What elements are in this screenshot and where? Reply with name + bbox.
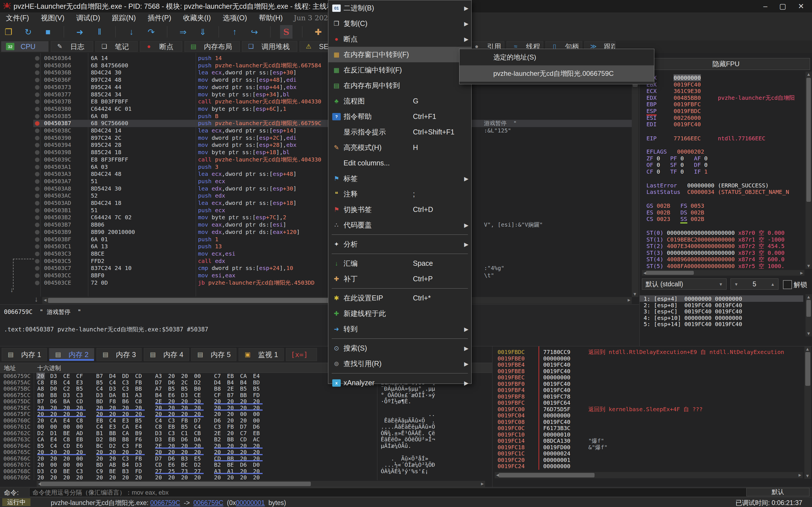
dump-byte[interactable]: E4 — [63, 417, 70, 424]
stack-row[interactable]: 0019FBE80019FC40 — [493, 368, 812, 374]
dump-byte[interactable]: B1 — [96, 430, 103, 437]
dump-byte[interactable]: FB — [135, 443, 142, 449]
dump-byte[interactable]: CF — [76, 373, 83, 379]
scroll-down-arrow[interactable]: ▼ — [806, 331, 811, 336]
stack-row[interactable]: 0019FBF40019FC40 — [493, 387, 812, 393]
dump-byte[interactable]: 00 — [76, 455, 83, 462]
dump-tab-监视 1[interactable]: ▣监视 1 — [239, 348, 284, 361]
dump-byte[interactable]: 20 — [194, 474, 201, 480]
dump-byte[interactable]: E3 — [109, 423, 116, 430]
minimize-button[interactable]: – — [763, 2, 767, 11]
dump-byte[interactable]: 20 — [109, 455, 116, 462]
disasm-row[interactable]: 004503B151push ecx — [0, 207, 632, 214]
dump-byte[interactable]: E3 — [76, 379, 83, 386]
dump-byte[interactable]: D6 — [253, 423, 260, 430]
scrollbar-thumb[interactable] — [40, 482, 311, 486]
dump-byte[interactable]: 00 — [253, 411, 260, 417]
dump-byte[interactable]: FB — [135, 455, 142, 462]
row-dot[interactable] — [35, 208, 40, 213]
dump-byte[interactable]: C8 — [37, 379, 44, 386]
dump-row[interactable]: 006675DCB7D6BACDBDF8B6C82E20202020202020… — [0, 398, 492, 404]
disasm-row[interactable]: 0045037BE8 B03FFBFFcall pvzhe-launcher无c… — [0, 98, 632, 105]
row-dot[interactable] — [35, 281, 40, 285]
dump-byte[interactable]: BB — [135, 385, 142, 392]
dump-byte[interactable]: CB — [194, 430, 201, 437]
menu-item-断点[interactable]: ●断点▶ — [328, 31, 471, 47]
scrollbar-thumb[interactable] — [805, 352, 810, 386]
dump-byte[interactable]: E4 — [253, 373, 260, 379]
row-dot[interactable] — [35, 237, 40, 242]
disasm-row[interactable]: 0045038768 9C756600push pvzhe-launcher无c… — [0, 120, 632, 127]
scroll-left-arrow[interactable]: ◄ — [643, 271, 647, 275]
scroll-right-arrow[interactable]: ► — [480, 482, 485, 486]
row-dot[interactable] — [35, 100, 40, 104]
dump-row[interactable]: 0066761C00000000C4E3CAE4C8EBB5C4C3FBD7D6… — [0, 423, 492, 430]
dump-byte[interactable]: 20 — [50, 455, 57, 462]
dump-byte[interactable]: B5 — [96, 379, 103, 386]
dump-byte[interactable]: 00 — [253, 417, 260, 424]
disasm-row[interactable]: 004503B98B90 20010000mov edx,dword ptr d… — [0, 229, 632, 236]
scrollbar[interactable]: ◄► — [495, 472, 803, 478]
disasm-row[interactable]: 004503C38BCEmov ecx,esi — [0, 250, 632, 258]
dump-byte[interactable]: 20 — [37, 455, 44, 462]
dump-byte[interactable]: FB — [227, 423, 234, 430]
dump-byte[interactable]: C1 — [181, 430, 188, 437]
menubar-item-5[interactable]: 插件(P) — [142, 13, 177, 22]
row-dot[interactable] — [35, 143, 40, 148]
dump-byte[interactable]: 00 — [194, 373, 201, 379]
dump-byte[interactable]: C3 — [122, 379, 129, 386]
dump-byte[interactable]: BB — [109, 436, 116, 443]
disasm-row[interactable]: 004503BF6A 01push 1 — [0, 236, 632, 243]
dump-byte[interactable]: D3 — [63, 392, 70, 398]
dump-byte[interactable]: 00 — [50, 461, 57, 468]
submenu-item[interactable]: 选定的地址(S) — [459, 49, 654, 65]
dump-byte[interactable]: B3 — [122, 468, 129, 474]
row-dot[interactable] — [35, 172, 40, 176]
dump-byte[interactable]: A7 — [155, 385, 162, 392]
dump-byte[interactable]: D6 — [50, 398, 57, 405]
row-dot[interactable] — [35, 136, 40, 140]
run-to-return-button[interactable]: ⇒ — [177, 25, 189, 39]
dump-byte[interactable]: D2 — [194, 379, 201, 386]
dump-byte[interactable]: 20 — [227, 411, 234, 417]
scroll-down-arrow[interactable]: ▼ — [805, 474, 810, 478]
dump-byte[interactable]: 20 — [50, 474, 57, 480]
tab-调用堆栈[interactable]: ❑调用堆栈 — [242, 41, 297, 52]
dump-byte[interactable]: BD — [96, 398, 103, 405]
command-input[interactable]: 命令使用逗号分隔（像汇编语言）：mov eax, ebx — [29, 488, 749, 497]
dump-byte[interactable]: B8 — [50, 392, 57, 398]
dump-byte[interactable]: D6 — [181, 436, 188, 443]
dump-byte[interactable]: C4 — [96, 385, 103, 392]
dump-byte[interactable]: A3 — [135, 392, 142, 398]
scroll-left-arrow[interactable]: ◄ — [43, 298, 47, 302]
pause-button[interactable]: ‖ — [93, 25, 106, 39]
dump-byte[interactable]: C3 — [168, 417, 175, 424]
row-dot[interactable] — [35, 128, 40, 133]
scroll-left-arrow[interactable]: ◄ — [495, 473, 500, 477]
dump-byte[interactable]: 20 — [227, 474, 234, 480]
dump-byte[interactable]: EB — [76, 436, 83, 443]
row-dot[interactable] — [35, 252, 40, 256]
dump-byte[interactable]: CD — [63, 443, 70, 449]
dump-byte[interactable]: 20 — [63, 474, 70, 480]
dump-byte[interactable]: 20 — [168, 474, 175, 480]
dump-byte[interactable]: 20 — [181, 474, 188, 480]
run-button[interactable]: ➜ — [73, 25, 86, 39]
dump-byte[interactable]: D6 — [214, 417, 221, 424]
dump-byte[interactable]: B0 — [37, 392, 44, 398]
dump-byte[interactable]: C3 — [76, 392, 83, 398]
scrollbar[interactable]: ▲▼ — [632, 53, 639, 297]
dump-row[interactable]: 006675EC20202020202020202020202020202020 — [0, 404, 492, 411]
dump-byte[interactable]: D2 — [194, 461, 201, 468]
disasm-row[interactable]: 00450398885C24 18mov byte ptr ss:[esp+18… — [0, 149, 632, 156]
menu-item-在反汇编中转到(F)[interactable]: ▦在反汇编中转到(F)▶ — [328, 62, 471, 78]
row-dot[interactable] — [35, 165, 40, 169]
dump-byte[interactable]: A3 — [155, 373, 162, 379]
scroll-up-arrow[interactable]: ▲ — [806, 72, 811, 77]
disasm-row[interactable]: 004503856A 0Bpush B — [0, 113, 632, 120]
stack-row[interactable]: 0019FBF00019FC40 — [493, 381, 812, 387]
stack-row[interactable]: 0019FC1C00000024 — [493, 450, 812, 457]
dump-byte[interactable]: B3 — [181, 455, 188, 462]
dump-byte[interactable]: 20 — [240, 474, 247, 480]
disasm-row[interactable]: 004503A38D4C24 48lea ecx,dword ptr ss:[e… — [0, 170, 632, 178]
